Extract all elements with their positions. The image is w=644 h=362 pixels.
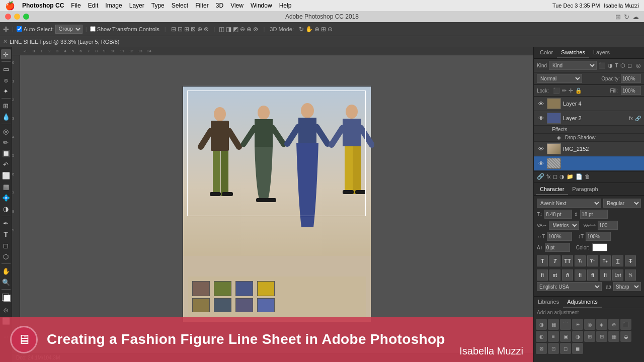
blur-tool[interactable]: 💠 <box>1 193 11 203</box>
adj-2-3[interactable]: ◻ <box>560 343 571 354</box>
tab-color[interactable]: Color <box>536 47 557 58</box>
adj-2-1[interactable]: ⊠ <box>536 343 547 354</box>
canvas-scroll[interactable] <box>20 55 533 353</box>
menu-view[interactable]: View <box>230 2 244 9</box>
adj-2-2[interactable]: ⊡ <box>548 343 559 354</box>
fill-layer-icon[interactable]: ◑ <box>559 173 565 180</box>
align-bottom-icon[interactable]: ⊗ <box>204 26 209 33</box>
tab-adjustments[interactable]: Adjustments <box>563 297 602 308</box>
align-center-icon[interactable]: ⊡ <box>178 26 183 33</box>
tab-paragraph[interactable]: Paragraph <box>568 184 602 195</box>
adj-curves[interactable]: ⌒ <box>560 319 571 330</box>
vscale-input[interactable] <box>586 232 611 241</box>
tab-layers[interactable]: Layers <box>589 47 614 58</box>
zoom-tool[interactable]: 🔍 <box>1 277 11 287</box>
pen-tool[interactable]: ✒ <box>1 218 11 228</box>
baseline-input[interactable] <box>545 243 570 252</box>
group-icon[interactable]: 📁 <box>567 173 574 180</box>
menu-type[interactable]: Type <box>151 2 165 9</box>
dist-3-icon[interactable]: ◩ <box>233 26 238 33</box>
mask-icon[interactable]: ◻ <box>553 173 557 180</box>
font-style-select[interactable]: Regular <box>603 199 641 208</box>
drop-shadow-item[interactable]: ◈ Drop Shadow <box>534 134 644 142</box>
stylistic-alt[interactable]: fi <box>587 269 598 281</box>
filter-adjust-icon[interactable]: ◑ <box>608 62 613 69</box>
clone-tool[interactable]: 🔲 <box>1 148 11 158</box>
adj-selective-color[interactable]: ◒ <box>620 331 631 342</box>
3d-rotate-icon[interactable]: ↻ <box>299 26 304 33</box>
3d-roll-icon[interactable]: ⊙ <box>328 26 333 33</box>
gradient-tool[interactable]: ▦ <box>1 182 11 192</box>
menu-edit[interactable]: Edit <box>88 2 99 9</box>
adj-color-lookup[interactable]: ▣ <box>560 331 571 342</box>
shape-tool[interactable]: ⬡ <box>1 251 11 261</box>
lock-position-icon[interactable]: ✛ <box>569 87 573 94</box>
align-right-icon[interactable]: ⊞ <box>184 26 189 33</box>
menu-window[interactable]: Window <box>251 2 272 9</box>
st-ligature[interactable]: st <box>549 269 560 281</box>
font-size-input[interactable] <box>544 210 572 219</box>
marquee-tool[interactable]: ▭ <box>1 64 11 74</box>
align-left-icon[interactable]: ⊟ <box>171 26 176 33</box>
move-tool[interactable]: ✛ <box>1 49 11 59</box>
adj-vibrance[interactable]: ◎ <box>584 319 595 330</box>
align-top-icon[interactable]: ⊠ <box>191 26 196 33</box>
adj-exposure[interactable]: ☀ <box>572 319 583 330</box>
menu-image[interactable]: Image <box>105 2 122 9</box>
link-icon[interactable]: 🔗 <box>537 173 544 180</box>
doctab-close-icon[interactable]: ✕ <box>3 38 8 45</box>
menu-file[interactable]: File <box>71 2 80 9</box>
dist-h-icon[interactable]: ◫ <box>219 26 224 33</box>
menu-layer[interactable]: Layer <box>129 2 144 9</box>
adj-photo-filter[interactable]: ◐ <box>536 331 547 342</box>
adj-levels[interactable]: ▦ <box>548 319 559 330</box>
lasso-tool[interactable]: ⌾ <box>1 75 11 85</box>
kind-select[interactable]: Kind <box>549 61 597 70</box>
adj-brightness[interactable]: ◑ <box>536 319 547 330</box>
tab-character[interactable]: Character <box>536 184 568 195</box>
strikethrough-button[interactable]: T <box>625 255 636 266</box>
eyedropper-tool[interactable]: 💧 <box>1 112 11 122</box>
adj-posterize[interactable]: ⊞ <box>584 331 595 342</box>
menu-filter[interactable]: Filter <box>195 2 209 9</box>
blend-mode-select[interactable]: Normal Dissolve Multiply <box>537 74 582 83</box>
type-tool[interactable]: T <box>1 229 11 239</box>
adj-gradient-map[interactable]: ▦ <box>608 331 619 342</box>
adj-bw[interactable]: ⬛ <box>620 319 631 330</box>
tab-swatches[interactable]: Swatches <box>557 47 589 58</box>
dodge-tool[interactable]: ◑ <box>1 204 11 214</box>
dist-4-icon[interactable]: ⊖ <box>240 26 245 33</box>
magic-wand-tool[interactable]: ✦ <box>1 86 11 96</box>
cloud-icon[interactable]: ☁ <box>632 13 639 21</box>
layer-item-4[interactable]: 👁 Layer 4 <box>534 97 644 111</box>
maximize-button[interactable] <box>23 14 29 20</box>
adj-2-4[interactable]: ◼ <box>572 343 583 354</box>
show-transform-checkbox[interactable] <box>90 26 96 32</box>
caps-button[interactable]: TT <box>562 255 573 266</box>
fraction[interactable]: ½ <box>625 269 636 281</box>
pattern-visibility[interactable]: 👁 <box>537 159 545 167</box>
tab-libraries[interactable]: Libraries <box>534 297 563 308</box>
lock-image-icon[interactable]: ✏ <box>562 87 567 94</box>
quick-mask-tool[interactable]: ◎ <box>1 305 11 315</box>
dist-6-icon[interactable]: ⊗ <box>253 26 258 33</box>
foreground-bg-colors[interactable] <box>1 293 11 303</box>
old-style[interactable]: fi <box>575 269 586 281</box>
color-swatch[interactable] <box>592 243 607 251</box>
lock-all-icon[interactable]: 🔒 <box>575 87 582 94</box>
img-visibility[interactable]: 👁 <box>537 145 545 153</box>
menu-select[interactable]: Select <box>172 2 188 9</box>
fi-ligature[interactable]: fi <box>537 269 548 281</box>
hscale-input[interactable] <box>547 232 572 241</box>
layer-4-visibility[interactable]: 👁 <box>537 100 545 108</box>
opacity-input[interactable] <box>621 74 641 83</box>
font-family-select[interactable]: Avenir Next <box>537 199 601 208</box>
eraser-tool[interactable]: ⬜ <box>1 170 11 180</box>
dist-5-icon[interactable]: ⊕ <box>247 26 252 33</box>
filter-shape-icon[interactable]: ⬡ <box>620 62 625 69</box>
auto-select-checkbox[interactable] <box>17 26 22 32</box>
auto-select-dropdown[interactable]: Group Layer <box>55 25 83 34</box>
language-select[interactable]: English: USA <box>537 282 602 291</box>
apple-menu[interactable]: 🍎 <box>5 1 15 11</box>
super-button[interactable]: T⁺ <box>587 255 598 266</box>
